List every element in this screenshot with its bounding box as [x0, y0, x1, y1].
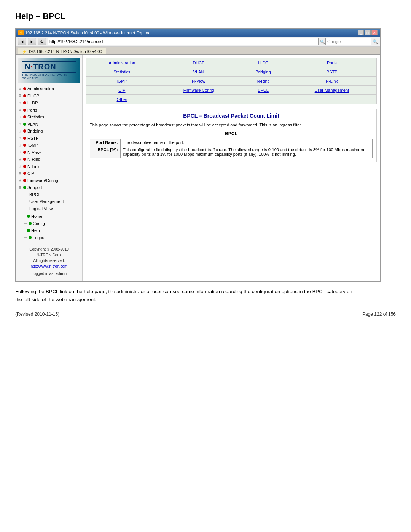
sidebar-item-logout[interactable]: — Logout	[18, 234, 80, 241]
nav-link-vlan[interactable]: VLAN	[193, 70, 204, 74]
sidebar-item-igmp[interactable]: ⊞ IGMP	[18, 142, 80, 149]
expand-icon-nview: ⊞	[19, 150, 22, 155]
nav-cell-bpcl[interactable]: BPCL	[239, 86, 287, 95]
expand-icon-vlan: ⊞	[19, 121, 22, 127]
sidebar-item-config[interactable]: — Config	[18, 220, 80, 227]
nav-cell-statistics[interactable]: Statistics	[86, 67, 158, 77]
nav-link-nlink[interactable]: N-Link	[326, 79, 338, 83]
nav-cell-nlink[interactable]: N-Link	[287, 77, 376, 86]
nav-cell-administration[interactable]: Administration	[86, 58, 158, 67]
sidebar-item-help[interactable]: — Help	[18, 227, 80, 234]
nav-link-ports[interactable]: Ports	[327, 61, 337, 65]
sub-dash-home: —	[22, 213, 26, 220]
sidebar-label-administration: Administration	[27, 86, 54, 92]
nav-link-lldp[interactable]: LLDP	[258, 61, 269, 65]
sidebar-item-cip[interactable]: ⊞ CIP	[18, 170, 80, 177]
nav-cell-ports[interactable]: Ports	[287, 58, 376, 67]
logo-text: N·TRON	[22, 61, 76, 73]
sidebar: N·TRON THE INDUSTRIAL NETWORK COMPANY ⊞ …	[16, 55, 83, 281]
browser-tab-active[interactable]: ⚡ 192.168.2.214 N-TRON Switch f0:e4:00	[18, 48, 106, 54]
nav-cell-dhcp[interactable]: DHCP	[158, 58, 239, 67]
nav-link-other[interactable]: Other	[117, 97, 127, 102]
sidebar-item-user-management[interactable]: — User Management	[23, 198, 80, 205]
sidebar-item-home[interactable]: — Home	[18, 213, 80, 220]
dot-igmp	[23, 144, 26, 147]
nav-cell-other[interactable]: Other	[86, 95, 158, 104]
nav-cell-nring[interactable]: N-Ring	[239, 77, 287, 86]
sidebar-item-ports[interactable]: ⊞ Ports	[18, 107, 80, 114]
bpcl-description: This page shows the percentage of broadc…	[90, 123, 373, 127]
address-bar[interactable]	[48, 38, 319, 45]
bpcl-content: BPCL – Broadcast Packet Count Limit This…	[86, 109, 377, 162]
nav-link-nring[interactable]: N-Ring	[256, 79, 269, 83]
bpcl-row-portname: Port Name: The descriptive name of the p…	[90, 139, 373, 146]
nav-link-firmware[interactable]: Firmware Config	[183, 88, 214, 93]
sidebar-subnav: — BPCL — User Management — Logical View	[18, 191, 80, 212]
sidebar-footer: Copyright © 2008-2010 N-TRON Corp. All r…	[18, 245, 80, 278]
nav-cell-firmware[interactable]: Firmware Config	[158, 86, 239, 95]
sidebar-item-vlan[interactable]: ⊞ VLAN	[18, 121, 80, 128]
nav-cell-igmp[interactable]: IGMP	[86, 77, 158, 86]
nav-cell-nview[interactable]: N-View	[158, 77, 239, 86]
sidebar-item-statistics[interactable]: ⊞ Statistics	[18, 113, 80, 121]
nav-link-bridging[interactable]: Bridging	[255, 70, 271, 74]
dot-nlink	[23, 165, 26, 168]
footer-page: Page 122 of 156	[362, 312, 396, 317]
sidebar-item-nlink[interactable]: ⊞ N-Link	[18, 163, 80, 170]
sidebar-label-vlan: VLAN	[27, 121, 38, 128]
nav-link-nview[interactable]: N-View	[192, 79, 205, 83]
sub-dash-lv: —	[24, 206, 28, 212]
dot-bridging	[23, 129, 26, 133]
sidebar-item-logical-view[interactable]: — Logical View	[23, 205, 80, 212]
nav-link-bpcl[interactable]: BPCL	[258, 88, 269, 93]
sidebar-item-nring[interactable]: ⊞ N-Ring	[18, 156, 80, 163]
nav-link-user-mgmt[interactable]: User Management	[315, 88, 349, 93]
sidebar-item-rstp[interactable]: ⊞ RSTP	[18, 135, 80, 142]
nav-link-igmp[interactable]: IGMP	[116, 79, 127, 83]
refresh-button[interactable]: ↻	[38, 38, 46, 45]
sidebar-item-administration[interactable]: ⊞ Administration	[18, 85, 80, 93]
titlebar-controls: _ □ ✕	[358, 30, 378, 35]
dot-support	[23, 186, 26, 189]
back-button[interactable]: ◄	[18, 38, 26, 45]
nav-row-4: CIP Firmware Config BPCL User Management	[86, 86, 377, 95]
minimize-button[interactable]: _	[358, 30, 364, 35]
expand-icon-nlink: ⊞	[19, 164, 22, 169]
nav-cell-cip[interactable]: CIP	[86, 86, 158, 95]
dot-nview	[23, 151, 26, 154]
sidebar-item-nview[interactable]: ⊞ N-View	[18, 149, 80, 156]
nav-link-dhcp[interactable]: DHCP	[193, 61, 204, 65]
sub-dash-bpcl: —	[24, 192, 28, 198]
logo-subtitle: THE INDUSTRIAL NETWORK COMPANY	[22, 73, 76, 80]
sidebar-item-lldp[interactable]: ⊞ LLDP	[18, 99, 80, 107]
nav-link-rstp[interactable]: RSTP	[326, 70, 337, 74]
sidebar-item-dhcp[interactable]: ⊞ DHCP	[18, 93, 80, 100]
sidebar-label-config: Config	[33, 220, 45, 227]
forward-button[interactable]: ►	[28, 38, 36, 45]
nav-cell-user-mgmt[interactable]: User Management	[287, 86, 376, 95]
footer-revised: (Revised 2010-11-15)	[15, 312, 59, 317]
search-input[interactable]	[325, 38, 371, 45]
sidebar-item-bridging[interactable]: ⊞ Bridging	[18, 128, 80, 135]
sidebar-item-bpcl[interactable]: — BPCL	[23, 191, 80, 198]
nav-cell-rstp[interactable]: RSTP	[287, 67, 376, 77]
sidebar-label-logout: Logout	[33, 235, 46, 241]
nav-cell-vlan[interactable]: VLAN	[158, 67, 239, 77]
nav-cell-lldp[interactable]: LLDP	[239, 58, 287, 67]
dot-home	[27, 215, 30, 218]
search-go-icon[interactable]: 🔍	[373, 39, 378, 44]
website[interactable]: http://www.n-tron.com	[19, 264, 79, 269]
expand-icon-cip: ⊞	[19, 171, 22, 176]
sidebar-item-firmware[interactable]: ⊞ Firmware/Config	[18, 177, 80, 184]
close-button[interactable]: ✕	[371, 30, 378, 35]
dot-logout	[29, 236, 32, 239]
sidebar-item-support[interactable]: ⊞ Support	[18, 184, 80, 191]
page-footer: (Revised 2010-11-15) Page 122 of 156	[15, 312, 396, 317]
nav-cell-bridging[interactable]: Bridging	[239, 67, 287, 77]
search-box: 🔍	[320, 38, 371, 45]
sidebar-label-dhcp: DHCP	[27, 93, 39, 99]
nav-link-statistics[interactable]: Statistics	[113, 70, 130, 74]
nav-link-administration[interactable]: Administration	[108, 61, 135, 65]
nav-link-cip[interactable]: CIP	[118, 88, 125, 93]
restore-button[interactable]: □	[365, 30, 371, 35]
